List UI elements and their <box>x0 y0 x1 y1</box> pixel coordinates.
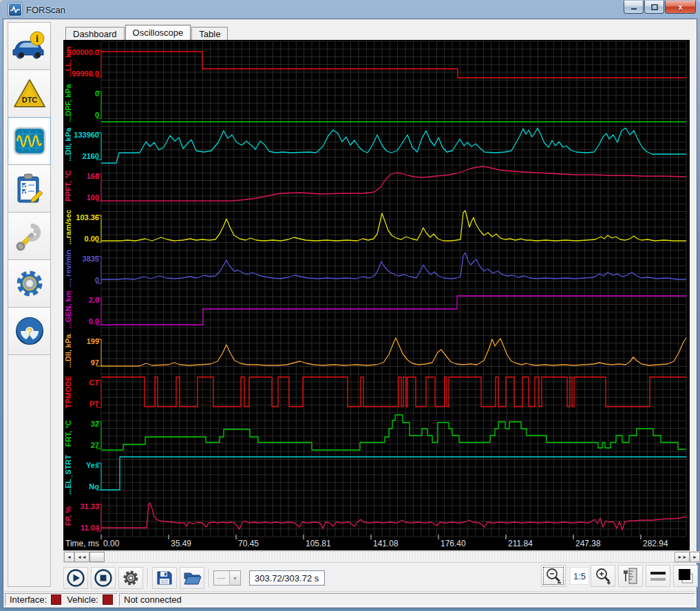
play-button[interactable] <box>63 567 88 589</box>
vehicle-label: Vehicle: <box>67 594 98 605</box>
zoom-out-button[interactable] <box>541 565 566 587</box>
time-tick-label: 0.00 <box>103 539 120 548</box>
line-thickness-button[interactable] <box>646 565 670 587</box>
scroll-right-button[interactable]: ► <box>690 552 700 562</box>
lane-unit-label: FP, % <box>64 506 72 526</box>
gear-small-icon <box>121 568 140 588</box>
status-message: Not connected <box>124 594 182 605</box>
time-tick-label: 141.08 <box>373 539 399 548</box>
oscilloscope-canvas[interactable]: ...LL, km100000.099998.0...DPF, kPa00...… <box>63 40 690 550</box>
color-swatch-icon <box>676 566 695 586</box>
lane-min-tick: 11.04 <box>81 524 100 532</box>
time-position-field[interactable]: 303.72/303.72 s <box>249 570 325 586</box>
ruler-icon <box>622 566 639 586</box>
scroll-right-fast-button[interactable]: ►► <box>675 552 690 562</box>
scroll-left-fast-button[interactable]: ◄◄ <box>74 552 89 562</box>
lane-max-tick: CT <box>89 378 99 387</box>
lane-min-tick: 100 <box>87 193 99 202</box>
status-message-panel: Not connected <box>119 593 695 606</box>
lane-max-tick: 3835 <box>83 255 99 263</box>
time-tick-label: 211.84 <box>508 539 533 548</box>
sidebar-item-tests[interactable] <box>8 164 51 213</box>
lane-unit-label: ...GEN, km <box>64 290 72 328</box>
sidebar-item-vehicle-info[interactable]: i <box>8 22 51 70</box>
oscilloscope-icon <box>12 125 47 157</box>
time-tick-label: 282.94 <box>643 539 668 548</box>
lane-min-tick: 0.0 <box>89 317 99 325</box>
lane-max-tick: 133960 <box>74 131 99 139</box>
lane-max-tick: 0 <box>95 89 99 98</box>
stop-icon <box>94 568 113 588</box>
forscan-window: FORScan x i <box>0 0 700 611</box>
sidebar-item-dtc[interactable]: DTC <box>8 69 51 118</box>
svg-text:?: ? <box>26 325 32 337</box>
lane-unit-label: ...DPF, kPa <box>64 83 72 122</box>
open-button[interactable] <box>180 567 204 589</box>
stop-button[interactable] <box>91 567 116 589</box>
lane-unit-label: FRT, °C <box>64 420 72 447</box>
connection-status-panel: Interface: Vehicle: <box>5 593 118 606</box>
interface-label: Interface: <box>10 594 47 605</box>
lines-icon <box>648 566 668 586</box>
tab-dashboard[interactable]: Dashboard <box>65 27 125 40</box>
lane-max-tick: 103.36 <box>76 213 99 222</box>
time-tick-label: 70.45 <box>238 539 259 548</box>
sidebar-panel <box>8 354 51 587</box>
tab-oscilloscope[interactable]: Oscilloscope <box>125 25 191 40</box>
lane-unit-label: ...DII, kPa <box>64 127 72 162</box>
lane-unit-label: TPMODE <box>64 376 72 408</box>
time-axis-label: Time, ms <box>65 539 99 548</box>
scope-background <box>63 40 690 550</box>
scroll-left-button[interactable]: ◄ <box>64 552 74 562</box>
lane-min-tick: 0 <box>95 111 99 119</box>
lane-max-tick: 168 <box>87 172 99 180</box>
scrollbar-track[interactable] <box>105 552 675 562</box>
svg-text:i: i <box>36 34 39 44</box>
tab-bar: Dashboard Oscilloscope Table <box>63 25 697 40</box>
lane-unit-label: ..., rev/min <box>64 250 72 288</box>
lane-unit-label: ...DII, kPa <box>64 334 72 368</box>
time-tick-label: 247.38 <box>575 539 601 548</box>
lane-max-tick: 100000.0 <box>67 48 99 56</box>
dtc-warning-icon: DTC <box>12 78 47 109</box>
maximize-button[interactable] <box>644 1 664 14</box>
sidebar: i DTC <box>3 19 59 591</box>
lane-min-tick: 0.00 <box>85 235 99 243</box>
time-tick-label: 35.49 <box>171 539 191 548</box>
window-title: FORScan <box>26 5 65 15</box>
record-settings-button[interactable] <box>118 567 143 589</box>
sidebar-item-service[interactable] <box>8 212 51 260</box>
time-tick-label: 105.81 <box>306 539 331 548</box>
zoom-ratio-label: 1:5 <box>570 567 589 585</box>
zoom-out-icon <box>544 566 563 586</box>
tests-clipboard-icon <box>12 173 47 204</box>
lane-min-tick: PT <box>89 400 99 408</box>
oscilloscope-screen[interactable]: ...LL, km100000.099998.0...DPF, kPa00...… <box>63 40 690 550</box>
lane-min-tick: 2160 <box>83 152 99 160</box>
minimize-button[interactable] <box>624 1 644 14</box>
sidebar-item-help[interactable]: ? <box>8 307 51 355</box>
close-button[interactable]: x <box>665 1 696 14</box>
zoom-in-button[interactable] <box>591 565 615 587</box>
chevron-down-icon[interactable]: ▼ <box>229 571 240 585</box>
title-bar[interactable]: FORScan x <box>3 0 697 19</box>
time-scrollbar[interactable]: ◄ ◄◄ ►► ► <box>63 551 700 563</box>
lane-min-tick: No <box>89 482 99 491</box>
sidebar-item-oscilloscope[interactable] <box>8 117 51 165</box>
measure-button[interactable] <box>618 565 643 587</box>
sidebar-item-settings[interactable] <box>8 259 51 308</box>
lane-max-tick: 31.33 <box>80 502 99 511</box>
gear-icon <box>12 268 47 299</box>
combobox-value: --- <box>214 573 229 583</box>
background-color-button[interactable] <box>673 565 698 587</box>
lane-max-tick: 32 <box>91 420 99 428</box>
lane-max-tick: 2.0 <box>89 296 99 304</box>
lane-unit-label: ...ram/sec <box>64 210 72 245</box>
tab-table[interactable]: Table <box>191 27 228 40</box>
marker-combobox[interactable]: --- ▼ <box>213 570 241 586</box>
time-tick-label: 176.40 <box>441 539 466 548</box>
scrollbar-thumb[interactable] <box>89 552 105 562</box>
save-button[interactable] <box>152 567 177 589</box>
lane-min-tick: 27 <box>91 441 99 449</box>
app-icon <box>8 3 22 17</box>
